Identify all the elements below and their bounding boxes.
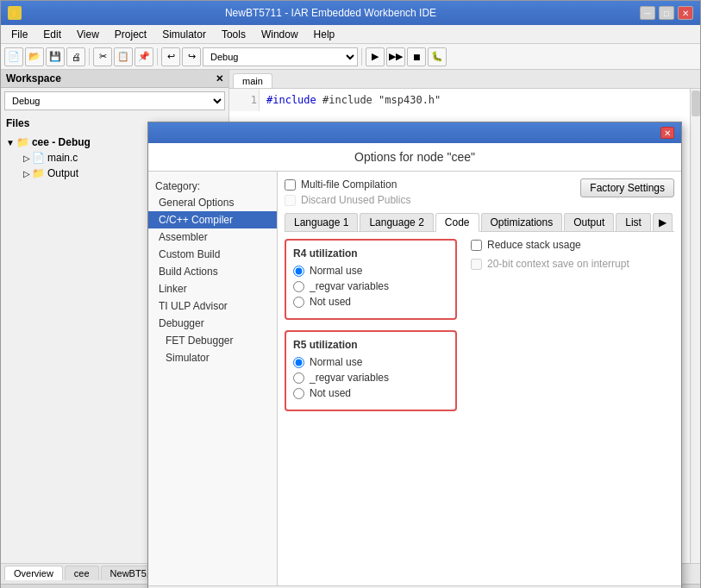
category-build-actions[interactable]: Build Actions (148, 263, 277, 280)
toolbar: 📄 📂 💾 🖨 ✂ 📋 📌 ↩ ↪ Debug ▶ ▶▶ ⏹ 🐛 (1, 44, 700, 70)
category-custom-build[interactable]: Custom Build (148, 246, 277, 263)
context-save-label: 20-bit context save on interrupt (487, 258, 629, 270)
category-c-compiler[interactable]: C/C++ Compiler (148, 211, 277, 228)
r5-normal-radio[interactable] (293, 357, 304, 368)
category-simulator[interactable]: Simulator (148, 349, 277, 366)
scroll-thumb[interactable] (692, 91, 700, 116)
r5-notused-radio[interactable] (293, 388, 304, 399)
cut-button[interactable]: ✂ (93, 47, 112, 66)
discard-unused-checkbox[interactable] (285, 195, 296, 206)
menu-edit[interactable]: Edit (36, 27, 68, 42)
new-button[interactable]: 📄 (4, 47, 23, 66)
r4-notused-radio[interactable] (293, 297, 304, 308)
app-icon: ⚡ (8, 6, 22, 20)
reduce-stack-label: Reduce stack usage (487, 239, 581, 251)
menu-view[interactable]: View (70, 27, 106, 42)
main-c-label: main.c (47, 152, 78, 164)
main-tab[interactable]: main (233, 73, 272, 88)
output-label: Output (47, 167, 78, 179)
save-button[interactable]: 💾 (46, 47, 65, 66)
options-tabs: Language 1 Language 2 Code Optimizations… (285, 213, 674, 232)
menu-tools[interactable]: Tools (215, 27, 253, 42)
build-button[interactable]: ▶▶ (386, 47, 405, 66)
window-title: NewBT5711 - IAR Embedded Workbench IDE (22, 7, 640, 19)
stop-button[interactable]: ⏹ (407, 47, 426, 66)
factory-settings-button[interactable]: Factory Settings (580, 178, 674, 197)
multi-file-checkbox[interactable] (285, 179, 296, 191)
context-save-checkbox[interactable] (471, 259, 482, 270)
category-ti-ulp[interactable]: TI ULP Advisor (148, 297, 277, 315)
tab-language1[interactable]: Language 1 (285, 213, 358, 231)
undo-button[interactable]: ↩ (161, 47, 180, 66)
workspace-config-dropdown[interactable]: Debug (4, 91, 225, 110)
workspace-close-icon[interactable]: ✕ (216, 73, 223, 84)
category-label: Category: (148, 178, 277, 194)
workspace-label: Workspace (6, 72, 61, 84)
multi-file-label: Multi-file Compilation (301, 178, 397, 191)
r4-title: R4 utilization (293, 247, 448, 260)
overview-tab[interactable]: Overview (4, 566, 63, 580)
minimize-button[interactable]: ─ (640, 6, 655, 20)
category-debugger[interactable]: Debugger (148, 315, 277, 332)
line-numbers: 1 (229, 89, 260, 111)
code-lines: 1 #include #include "msp430.h" (229, 89, 700, 111)
menu-file[interactable]: File (4, 27, 34, 42)
maximize-button[interactable]: □ (659, 6, 674, 20)
r5-normal-row: Normal use (293, 356, 448, 368)
menu-project[interactable]: Project (108, 27, 153, 42)
copy-button[interactable]: 📋 (114, 47, 133, 66)
discard-unused-label: Discard Unused Publics (301, 194, 410, 206)
r4-regvar-radio[interactable] (293, 281, 304, 292)
r5-utilization-box: R5 utilization Normal use _regvar variab… (285, 330, 457, 411)
workspace-header: Workspace ✕ (1, 70, 228, 88)
file-icon: 📄 (32, 152, 45, 164)
tab-more-button[interactable]: ▶ (653, 213, 673, 231)
category-general-options[interactable]: General Options (148, 194, 277, 211)
category-linker[interactable]: Linker (148, 280, 277, 297)
title-bar: ⚡ NewBT5711 - IAR Embedded Workbench IDE… (1, 1, 700, 25)
debug-button[interactable]: 🐛 (428, 47, 447, 66)
config-dropdown[interactable]: Debug (203, 47, 358, 66)
tab-code[interactable]: Code (435, 213, 479, 232)
close-button[interactable]: ✕ (678, 6, 693, 20)
tab-list[interactable]: List (616, 213, 651, 231)
tab-language2[interactable]: Language 2 (360, 213, 433, 231)
category-fet-debugger[interactable]: FET Debugger (148, 332, 277, 349)
left-column: R4 utilization Normal use _regvar variab… (285, 239, 457, 422)
compile-button[interactable]: ▶ (366, 47, 385, 66)
window-controls: ─ □ ✕ (640, 6, 693, 20)
reduce-stack-row: Reduce stack usage (471, 239, 674, 251)
paste-button[interactable]: 📌 (135, 47, 153, 66)
category-assembler[interactable]: Assembler (148, 228, 277, 246)
category-panel: Category: General Options C/C++ Compiler… (148, 172, 278, 585)
r4-normal-row: Normal use (293, 265, 448, 277)
r4-notused-row: Not used (293, 296, 448, 308)
options-dialog: ✕ Options for node "cee" Category: Gener… (147, 122, 682, 588)
print-button[interactable]: 🖨 (66, 47, 85, 66)
cee-tab[interactable]: cee (65, 566, 99, 580)
menu-simulator[interactable]: Simulator (155, 27, 213, 42)
open-button[interactable]: 📂 (25, 47, 44, 66)
vertical-scrollbar[interactable] (690, 89, 700, 563)
reduce-stack-checkbox[interactable] (471, 240, 482, 251)
r5-notused-label: Not used (310, 387, 351, 399)
tab-code-content: R4 utilization Normal use _regvar variab… (285, 239, 674, 422)
r4-utilization-box: R4 utilization Normal use _regvar variab… (285, 239, 457, 320)
tab-output[interactable]: Output (564, 213, 614, 231)
menu-window[interactable]: Window (254, 27, 305, 42)
r4-notused-label: Not used (310, 296, 351, 308)
r4-regvar-label: _regvar variables (310, 280, 389, 292)
r4-regvar-row: _regvar variables (293, 280, 448, 292)
tab-optimizations[interactable]: Optimizations (481, 213, 563, 231)
dialog-close-button[interactable]: ✕ (660, 127, 674, 139)
options-panel: Factory Settings Multi-file Compilation … (278, 172, 681, 585)
code-tab-bar: main (229, 70, 700, 89)
r4-normal-radio[interactable] (293, 266, 304, 277)
r5-normal-label: Normal use (310, 356, 362, 368)
redo-button[interactable]: ↪ (182, 47, 201, 66)
sep3 (361, 48, 362, 66)
project-icon: 📁 (16, 136, 29, 148)
discard-unused-row: Discard Unused Publics (285, 194, 580, 206)
menu-help[interactable]: Help (307, 27, 342, 42)
r5-regvar-radio[interactable] (293, 372, 304, 384)
